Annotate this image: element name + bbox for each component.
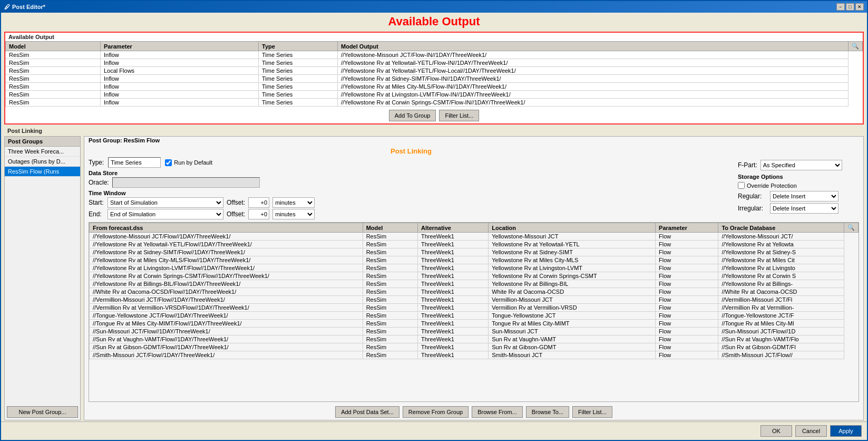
post-data-row[interactable]: //Yellowstone-Missouri JCT/Flow//1DAY/Th… bbox=[90, 233, 859, 241]
pd-alternative: ThreeWeek1 bbox=[418, 328, 489, 335]
available-output-table-container[interactable]: Model Parameter Type Model Output 🔍 ResS… bbox=[5, 41, 863, 107]
pd-alternative: ThreeWeek1 bbox=[418, 343, 489, 351]
post-data-row[interactable]: //Tongue-Yellowstone JCT/Flow//1DAY/Thre… bbox=[90, 312, 859, 320]
pd-to-oracle: //Yellowstone Rv at Billings- bbox=[718, 280, 844, 288]
start-select[interactable]: Start of Simulation bbox=[108, 197, 223, 208]
ao-model: ResSim bbox=[6, 67, 101, 75]
search-header-icon[interactable]: 🔍 bbox=[849, 42, 863, 51]
post-data-row[interactable]: //Yellowstone Rv at Yellowtail-YETL/Flow… bbox=[90, 241, 859, 248]
post-data-row[interactable]: //White Rv at Oacoma-OCSD/Flow//1DAY/Thr… bbox=[90, 288, 859, 296]
ao-output: //Yellowstone Rv at Corwin Springs-CSMT/… bbox=[338, 99, 849, 107]
post-data-row[interactable]: //Yellowstone Rv at Sidney-SIMT/Flow//1D… bbox=[90, 248, 859, 256]
pd-parameter: Flow bbox=[656, 304, 718, 312]
add-post-data-set-button[interactable]: Add Post Data Set... bbox=[335, 406, 399, 418]
available-output-row[interactable]: ResSim Inflow Time Series //Yellowstone … bbox=[6, 91, 863, 99]
pd-from-dss: //Tongue Rv at Miles City-MIMT/Flow//1DA… bbox=[90, 320, 363, 328]
post-data-row[interactable]: //Sun Rv at Gibson-GDMT/Flow//1DAY/Three… bbox=[90, 343, 859, 351]
run-by-default-text: Run by Default bbox=[174, 159, 212, 166]
ao-parameter: Local Flows bbox=[101, 67, 259, 75]
start-offset-input[interactable] bbox=[248, 197, 269, 208]
irregular-select[interactable]: Delete Insert bbox=[770, 203, 838, 214]
pd-from-dss: //Smith-Missouri JCT/Flow//1DAY/ThreeWee… bbox=[90, 351, 363, 359]
ao-type: Time Series bbox=[259, 59, 338, 67]
ao-type: Time Series bbox=[259, 67, 338, 75]
post-data-row[interactable]: //Tongue Rv at Miles City-MIMT/Flow//1DA… bbox=[90, 320, 859, 328]
end-offset-unit[interactable]: minutes bbox=[272, 209, 315, 219]
post-data-row[interactable]: //Vermillion Rv at Vermillion-VRSD/Flow/… bbox=[90, 304, 859, 312]
filter-list-bottom-button[interactable]: Filter List... bbox=[572, 406, 612, 418]
browse-from-button[interactable]: Browse From... bbox=[472, 406, 523, 418]
pd-parameter: Flow bbox=[656, 288, 718, 296]
pd-model: ResSim bbox=[363, 241, 417, 248]
post-data-row[interactable]: //Vermillion-Missouri JCT/Flow//1DAY/Thr… bbox=[90, 296, 859, 304]
pd-alternative: ThreeWeek1 bbox=[418, 256, 489, 264]
available-output-row[interactable]: ResSim Local Flows Time Series //Yellows… bbox=[6, 67, 863, 75]
pd-to-oracle: //Sun Rv at Gibson-GDMT/Fl bbox=[718, 343, 844, 351]
start-offset-unit[interactable]: minutes bbox=[272, 197, 315, 208]
available-output-row[interactable]: ResSim Inflow Time Series //Yellowstone … bbox=[6, 99, 863, 107]
pd-model: ResSim bbox=[363, 343, 417, 351]
remove-from-group-button[interactable]: Remove From Group bbox=[403, 406, 469, 418]
pd-model: ResSim bbox=[363, 233, 417, 241]
pd-location: Tongue-Yellowstone JCT bbox=[489, 312, 656, 320]
pd-to-oracle: //Yellowstone Rv at Miles Cit bbox=[718, 256, 844, 264]
post-data-row[interactable]: //Sun-Missouri JCT/Flow//1DAY/ThreeWeek1… bbox=[90, 328, 859, 335]
group-item[interactable]: Outages (Runs by D... bbox=[5, 157, 80, 167]
ok-button[interactable]: OK bbox=[760, 425, 792, 437]
pd-model: ResSim bbox=[363, 312, 417, 320]
title-bar-left: 🖊 Post Editor* bbox=[4, 4, 45, 10]
minimize-button[interactable]: − bbox=[836, 3, 845, 11]
browse-to-button[interactable]: Browse To... bbox=[526, 406, 569, 418]
override-protection-checkbox[interactable] bbox=[738, 182, 745, 189]
end-offset-input[interactable] bbox=[248, 209, 269, 219]
add-to-group-button[interactable]: Add To Group bbox=[389, 110, 436, 121]
available-output-row[interactable]: ResSim Inflow Time Series //Yellowstone-… bbox=[6, 51, 863, 59]
fpart-select[interactable]: As Specified bbox=[760, 160, 842, 170]
ao-output: //Yellowstone Rv at Yellowtail-YETL/Flow… bbox=[338, 59, 849, 67]
post-data-table-wrapper[interactable]: From forecast.dss Model Alternative Loca… bbox=[89, 222, 859, 402]
type-input[interactable] bbox=[108, 157, 161, 168]
pd-parameter: Flow bbox=[656, 264, 718, 272]
apply-button[interactable]: Apply bbox=[830, 425, 862, 437]
post-data-row[interactable]: //Yellowstone Rv at Corwin Springs-CSMT/… bbox=[90, 272, 859, 280]
post-data-row[interactable]: //Sun Rv at Vaughn-VAMT/Flow//1DAY/Three… bbox=[90, 335, 859, 343]
group-item[interactable]: Three Week Foreca... bbox=[5, 147, 80, 157]
pd-model: ResSim bbox=[363, 256, 417, 264]
col-from-dss: From forecast.dss bbox=[90, 223, 363, 233]
type-label: Type: bbox=[89, 159, 104, 166]
pd-alternative: ThreeWeek1 bbox=[418, 351, 489, 359]
restore-button[interactable]: □ bbox=[846, 3, 854, 11]
pl-controls-row: Post Linking Type: Run by Default Data S… bbox=[84, 144, 863, 221]
post-data-row[interactable]: //Yellowstone Rv at Miles City-MLS/Flow/… bbox=[90, 256, 859, 264]
filter-list-button[interactable]: Filter List... bbox=[439, 110, 479, 121]
cancel-button[interactable]: Cancel bbox=[795, 425, 827, 437]
pd-model: ResSim bbox=[363, 351, 417, 359]
pd-alternative: ThreeWeek1 bbox=[418, 312, 489, 320]
pd-to-oracle: //Sun-Missouri JCT/Flow//1D bbox=[718, 328, 844, 335]
regular-select[interactable]: Delete Insert bbox=[770, 191, 838, 202]
pl-left-controls: Post Linking Type: Run by Default Data S… bbox=[89, 145, 734, 220]
ao-parameter: Inflow bbox=[101, 75, 259, 83]
search-icon-col[interactable]: 🔍 bbox=[844, 223, 859, 233]
ao-parameter: Inflow bbox=[101, 83, 259, 91]
group-item[interactable]: ResSim Flow (Runs bbox=[5, 167, 80, 177]
available-output-section: Available Output Model Parameter Type Mo… bbox=[4, 32, 864, 124]
post-data-row[interactable]: //Yellowstone Rv at Billings-BIL/Flow//1… bbox=[90, 280, 859, 288]
time-window-label: Time Window bbox=[89, 188, 734, 197]
ao-type: Time Series bbox=[259, 99, 338, 107]
end-select[interactable]: End of Simulation bbox=[108, 209, 223, 219]
post-data-row[interactable]: //Smith-Missouri JCT/Flow//1DAY/ThreeWee… bbox=[90, 351, 859, 359]
available-output-row[interactable]: ResSim Inflow Time Series //Yellowstone … bbox=[6, 59, 863, 67]
new-post-group-button[interactable]: New Post Group... bbox=[7, 406, 78, 418]
available-output-row[interactable]: ResSim Inflow Time Series //Yellowstone … bbox=[6, 75, 863, 83]
col-parameter: Parameter bbox=[656, 223, 718, 233]
oracle-input[interactable] bbox=[112, 177, 260, 188]
title-bar: 🖊 Post Editor* − □ ✕ bbox=[1, 1, 867, 13]
run-by-default-checkbox[interactable] bbox=[165, 159, 172, 166]
post-groups-title: Post Groups bbox=[5, 137, 80, 147]
available-output-row[interactable]: ResSim Inflow Time Series //Yellowstone … bbox=[6, 83, 863, 91]
post-linking-area: Post Linking Post Groups Three Week Fore… bbox=[4, 127, 864, 420]
post-data-row[interactable]: //Yellowstone Rv at Livingston-LVMT/Flow… bbox=[90, 264, 859, 272]
post-groups-list[interactable]: Three Week Foreca...Outages (Runs by D..… bbox=[5, 147, 80, 404]
close-button[interactable]: ✕ bbox=[855, 3, 864, 11]
